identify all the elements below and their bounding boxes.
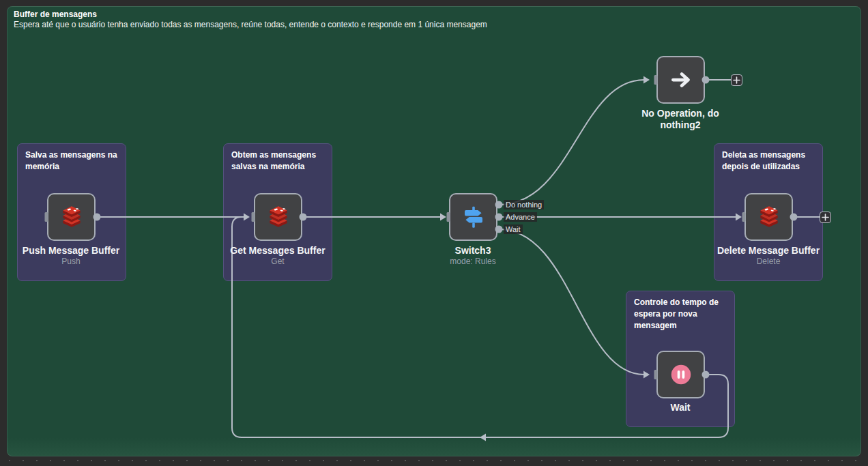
arrowhead-switch-input (440, 214, 446, 221)
pause-icon (668, 362, 694, 388)
arrowhead-noop-input (643, 76, 650, 84)
arrowhead-get-input (244, 214, 250, 221)
arrowhead-wait-input (643, 371, 650, 379)
get-node-subtitle: Get (271, 257, 284, 266)
node-get-messages-buffer[interactable] (254, 193, 302, 241)
workflow-canvas[interactable]: Buffer de mensagens Espera até que o usu… (0, 0, 868, 466)
node-no-operation[interactable] (656, 56, 705, 104)
delete-input-handle[interactable] (742, 212, 746, 222)
plus-icon (733, 76, 740, 84)
push-input-handle[interactable] (45, 212, 48, 222)
delete-output-port[interactable] (790, 214, 798, 221)
delete-node-subtitle: Delete (757, 257, 781, 266)
get-node-title: Get Messages Buffer (230, 245, 325, 256)
wait-output-port[interactable] (702, 371, 710, 379)
node-push-message-buffer[interactable] (47, 193, 96, 241)
arrowhead-loop-left (480, 434, 486, 441)
connection-switch-wait-to-wait[interactable] (499, 229, 644, 375)
plus-icon (822, 214, 829, 221)
node-delete-message-buffer[interactable] (744, 193, 793, 241)
switch-output-port-advance[interactable] (495, 214, 503, 221)
switch-output-port-do-nothing[interactable] (495, 201, 503, 209)
push-node-subtitle: Push (61, 257, 80, 266)
switch-node-title: Switch3 (455, 245, 491, 256)
delete-add-node-button[interactable] (820, 212, 831, 223)
redis-icon (756, 204, 782, 230)
switch-input-handle[interactable] (447, 212, 450, 222)
get-input-handle[interactable] (252, 212, 255, 222)
noop-add-node-button[interactable] (731, 74, 742, 86)
delete-node-title: Delete Message Buffer (717, 245, 820, 256)
noop-output-port[interactable] (702, 76, 710, 84)
wait-node-title: Wait (670, 402, 690, 413)
wait-input-handle[interactable] (654, 370, 658, 379)
arrowhead-delete-input (736, 214, 742, 221)
arrow-right-icon (668, 67, 694, 93)
node-wait[interactable] (656, 351, 705, 398)
noop-node-title: No Operation, do nothing2 (629, 108, 732, 131)
noop-input-handle[interactable] (654, 75, 658, 85)
switch-output-label-do-nothing: Do nothing (504, 200, 544, 209)
signpost-icon (461, 204, 487, 230)
switch-output-label-wait: Wait (504, 224, 523, 234)
switch-output-label-advance: Advance (504, 212, 537, 222)
push-node-title: Push Message Buffer (23, 245, 119, 256)
connections-layer (0, 0, 868, 466)
switch-output-port-wait[interactable] (495, 226, 503, 233)
connection-switch-donothing-to-noop[interactable] (499, 80, 644, 205)
switch-node-subtitle: mode: Rules (450, 257, 495, 266)
push-output-port[interactable] (93, 214, 101, 221)
get-output-port[interactable] (300, 214, 307, 221)
redis-icon (265, 204, 291, 230)
redis-icon (59, 204, 85, 230)
node-switch3[interactable] (449, 193, 497, 241)
